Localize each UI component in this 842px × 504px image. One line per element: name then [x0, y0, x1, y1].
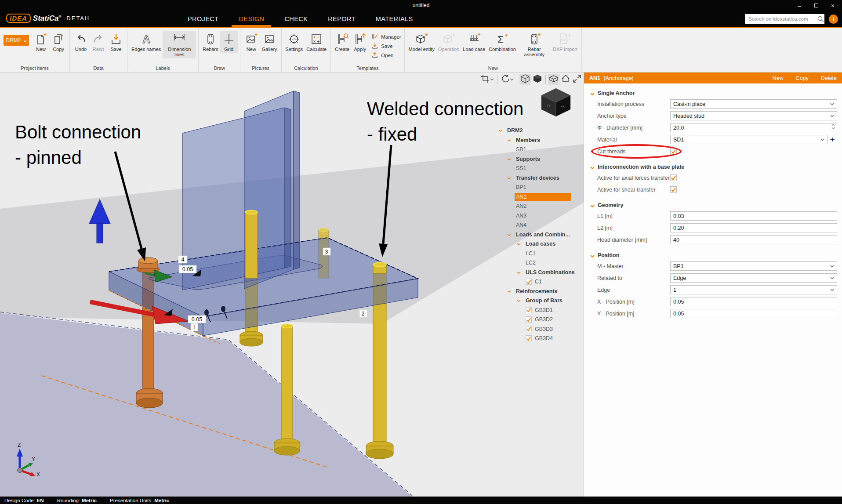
tree-item-supports[interactable]: Supports: [494, 155, 583, 164]
tree-item-an3[interactable]: AN3: [494, 211, 583, 221]
chevron-down-icon[interactable]: [590, 251, 595, 259]
tree-item-gb3d1[interactable]: GB3D1: [494, 306, 583, 315]
chevron-down-icon[interactable]: [590, 201, 595, 209]
search-input[interactable]: [745, 16, 817, 22]
tree-item-drm2[interactable]: DRM2: [494, 126, 583, 136]
chevron-down-icon[interactable]: [507, 177, 511, 179]
tree-item-gb3d3[interactable]: GB3D3: [494, 325, 583, 334]
ribbon-button-combination[interactable]: ΣCombination: [487, 31, 518, 53]
tree-checkbox[interactable]: [526, 335, 532, 341]
chevron-down-icon[interactable]: [490, 78, 494, 81]
input-l2-m-[interactable]: [670, 223, 837, 232]
expand-button[interactable]: [572, 74, 582, 85]
spinner-buttons[interactable]: [831, 124, 835, 129]
chevron-down-icon[interactable]: [517, 243, 521, 245]
ribbon-button-open[interactable]: Open: [371, 51, 401, 60]
ribbon-button-new[interactable]: New: [243, 31, 260, 53]
tree-item-load-cases[interactable]: Load cases: [494, 239, 583, 249]
anchor-an2-upper[interactable]: [245, 210, 258, 279]
checkbox-cut-threads[interactable]: [670, 148, 677, 155]
chevron-down-icon[interactable]: [498, 130, 502, 132]
tree-item-sb1[interactable]: SB1: [494, 145, 583, 155]
ribbon-button-copy[interactable]: Copy: [50, 31, 67, 53]
chevron-down-icon[interactable]: [507, 158, 511, 160]
column-flange-plate[interactable]: [182, 108, 291, 290]
tree-item-transfer-devices[interactable]: Transfer devices: [494, 174, 583, 183]
chevron-down-icon[interactable]: [510, 78, 514, 81]
tree-item-an2[interactable]: AN2: [494, 202, 583, 211]
tab-project[interactable]: PROJECT: [178, 11, 229, 27]
ribbon-button-manager[interactable]: Manager: [371, 32, 401, 41]
input-head-diameter-mm-[interactable]: [670, 235, 837, 244]
dropdown-installation-process[interactable]: Cast-in place: [670, 99, 837, 109]
tab-check[interactable]: CHECK: [274, 11, 318, 27]
ribbon-button-dimension-lines[interactable]: Dimension lines: [163, 31, 196, 58]
chevron-down-icon[interactable]: [590, 89, 595, 97]
input-l1-m-[interactable]: [670, 211, 837, 221]
tree-checkbox[interactable]: [526, 326, 532, 332]
chevron-down-icon[interactable]: [590, 163, 595, 171]
tree-item-uls-combinations[interactable]: ULS Combinations: [494, 268, 583, 278]
tab-materials[interactable]: MATERIALS: [366, 11, 423, 27]
cube-wireframe-button[interactable]: [519, 74, 531, 85]
chevron-down-icon[interactable]: [830, 289, 834, 291]
ribbon-button-load-case[interactable]: Load case: [461, 31, 487, 53]
chevron-down-icon[interactable]: [517, 300, 521, 302]
spinner--diameter-mm-[interactable]: [670, 123, 837, 132]
delete-button[interactable]: Delete: [821, 75, 837, 81]
ribbon-button-rebars[interactable]: Rebars: [201, 31, 220, 53]
dropdown-anchor-type[interactable]: Headed stud: [670, 111, 837, 120]
dropdown-edge[interactable]: 1: [670, 285, 837, 294]
new-button[interactable]: New: [773, 75, 784, 81]
tree-checkbox[interactable]: [526, 307, 532, 313]
chevron-down-icon[interactable]: [830, 277, 834, 279]
chevron-down-icon[interactable]: [830, 265, 834, 268]
crop-tool-button[interactable]: [480, 74, 495, 85]
dropdown-m-master[interactable]: BP1: [670, 261, 837, 271]
tree-item-loads-and-combin-[interactable]: Loads and Combin...: [494, 230, 583, 240]
ribbon-button-model-entity[interactable]: Model entity: [407, 31, 436, 53]
cube-solid-button[interactable]: [532, 74, 543, 85]
add-material-button[interactable]: +: [827, 135, 837, 144]
minimize-button[interactable]: –: [791, 0, 808, 11]
chevron-down-icon[interactable]: [517, 272, 521, 274]
tab-design[interactable]: DESIGN: [229, 11, 274, 27]
chevron-down-icon[interactable]: [830, 115, 834, 117]
tree-item-ss1[interactable]: SS1: [494, 164, 583, 174]
copy-button[interactable]: Copy: [796, 75, 809, 81]
ribbon-button-rebar-assembly[interactable]: Rebar assembly: [518, 31, 551, 58]
chevron-down-icon[interactable]: [507, 139, 511, 141]
chevron-down-icon[interactable]: [507, 290, 511, 293]
ribbon-button-calculate[interactable]: +−×÷Calculate: [305, 31, 328, 53]
chevron-down-icon[interactable]: [830, 103, 834, 105]
dropdown-material[interactable]: SD1: [670, 135, 827, 144]
ribbon-button-new[interactable]: New: [32, 31, 50, 53]
chevron-down-icon[interactable]: [507, 234, 511, 236]
search-icon[interactable]: [817, 16, 824, 22]
info-button[interactable]: i: [829, 15, 838, 24]
ribbon-button-create[interactable]: Create: [333, 31, 351, 53]
tree-checkbox[interactable]: [526, 316, 532, 323]
tree-item-an4[interactable]: AN4: [494, 221, 583, 230]
tree-item-gb3d4[interactable]: GB3D4: [494, 334, 583, 344]
clip-box-button[interactable]: [548, 74, 559, 85]
rotate-tool-button[interactable]: [500, 74, 515, 85]
checkbox-active-for-shear-transfer[interactable]: [670, 186, 677, 193]
tree-item-lc1[interactable]: LC1: [494, 249, 583, 259]
maximize-button[interactable]: [808, 0, 824, 11]
tab-report[interactable]: REPORT: [318, 11, 366, 27]
ribbon-button-save[interactable]: Save: [107, 31, 125, 53]
tree-checkbox[interactable]: [526, 279, 532, 285]
input-x-position-m-[interactable]: [670, 297, 837, 306]
ribbon-button-undo[interactable]: Undo: [72, 31, 90, 53]
project-item-selector[interactable]: DRM2: [4, 35, 29, 46]
ribbon-button-settings[interactable]: </>Settings: [284, 31, 305, 53]
tree-item-reinforcements[interactable]: Reinforcements: [494, 287, 583, 297]
tree-item-an1[interactable]: AN1: [494, 192, 583, 202]
home-button[interactable]: [560, 74, 571, 85]
viewport-3d[interactable]: 4 0.05 0.05 1 3 2 Bolt connection - pinn…: [0, 73, 584, 497]
checkbox-active-for-axial-forces-transfer[interactable]: [670, 174, 677, 181]
tree-item-c1[interactable]: C1: [494, 277, 583, 287]
close-button[interactable]: ×: [824, 0, 841, 11]
ribbon-button-save[interactable]: Save: [371, 41, 401, 51]
